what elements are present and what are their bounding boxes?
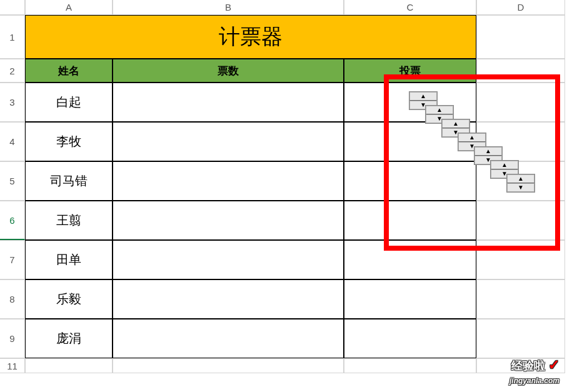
row-header-3[interactable]: 3	[0, 83, 25, 122]
cell-a4[interactable]: 李牧	[25, 122, 113, 161]
cell-d9[interactable]	[476, 319, 565, 358]
watermark-text: 经验啦	[511, 359, 545, 372]
spinner-up-icon[interactable]: ▲	[409, 92, 437, 101]
cell-d3[interactable]	[476, 83, 565, 122]
cell-c6[interactable]	[344, 201, 476, 240]
spreadsheet-grid: A B C D 1 计票器 2 姓名 票数 投票 3 白起 4 李牧 5 司马错…	[0, 0, 567, 373]
cell-b4[interactable]	[113, 122, 344, 161]
row-header-7[interactable]: 7	[0, 240, 25, 279]
spinner-up-icon[interactable]: ▲	[426, 106, 453, 114]
col-header-d[interactable]: D	[476, 0, 565, 15]
cell-d1[interactable]	[476, 15, 565, 59]
row-header-6[interactable]: 6	[0, 201, 25, 240]
header-votes[interactable]: 票数	[113, 59, 344, 83]
cell-a6[interactable]: 王翦	[25, 201, 113, 240]
row-header-4[interactable]: 4	[0, 122, 25, 161]
cell-d7[interactable]	[476, 240, 565, 279]
cell-b5[interactable]	[113, 161, 344, 201]
watermark: 经验啦 ✓ jingyanla.com	[509, 357, 559, 387]
spinner-7[interactable]: ▲ ▼	[506, 174, 535, 193]
check-icon: ✓	[548, 357, 559, 373]
cell-c11[interactable]	[344, 358, 476, 373]
cell-b7[interactable]	[113, 240, 344, 279]
row-header-2[interactable]: 2	[0, 59, 25, 83]
cell-b3[interactable]	[113, 83, 344, 122]
select-all-corner[interactable]	[0, 0, 25, 15]
cell-d2[interactable]	[476, 59, 565, 83]
cell-b8[interactable]	[113, 279, 344, 319]
col-header-a[interactable]: A	[25, 0, 113, 15]
row-header-11[interactable]: 11	[0, 358, 25, 373]
col-header-c[interactable]: C	[344, 0, 476, 15]
cell-c5[interactable]	[344, 161, 476, 201]
cell-d6[interactable]	[476, 201, 565, 240]
spinner-up-icon[interactable]: ▲	[491, 161, 518, 169]
cell-c8[interactable]	[344, 279, 476, 319]
spinner-up-icon[interactable]: ▲	[474, 147, 502, 156]
row-header-5[interactable]: 5	[0, 161, 25, 201]
spinner-up-icon[interactable]: ▲	[507, 174, 534, 183]
row-header-1[interactable]: 1	[0, 15, 25, 59]
header-vote-action[interactable]: 投票	[344, 59, 476, 83]
col-header-b[interactable]: B	[113, 0, 344, 15]
cell-b11[interactable]	[113, 358, 344, 373]
cell-b9[interactable]	[113, 319, 344, 358]
cell-a5[interactable]: 司马错	[25, 161, 113, 201]
cell-a11[interactable]	[25, 358, 113, 373]
spinner-down-icon[interactable]: ▼	[507, 183, 534, 192]
row-header-9[interactable]: 9	[0, 319, 25, 358]
cell-c9[interactable]	[344, 319, 476, 358]
spinner-up-icon[interactable]: ▲	[442, 119, 469, 128]
row-header-8[interactable]: 8	[0, 279, 25, 319]
cell-a3[interactable]: 白起	[25, 83, 113, 122]
cell-b6[interactable]	[113, 201, 344, 240]
cell-c7[interactable]	[344, 240, 476, 279]
title-cell[interactable]: 计票器	[25, 15, 476, 59]
cell-a9[interactable]: 庞涓	[25, 319, 113, 358]
header-name[interactable]: 姓名	[25, 59, 113, 83]
spinner-up-icon[interactable]: ▲	[458, 133, 486, 142]
cell-d8[interactable]	[476, 279, 565, 319]
cell-a8[interactable]: 乐毅	[25, 279, 113, 319]
watermark-sub: jingyanla.com	[509, 376, 559, 385]
cell-a7[interactable]: 田单	[25, 240, 113, 279]
